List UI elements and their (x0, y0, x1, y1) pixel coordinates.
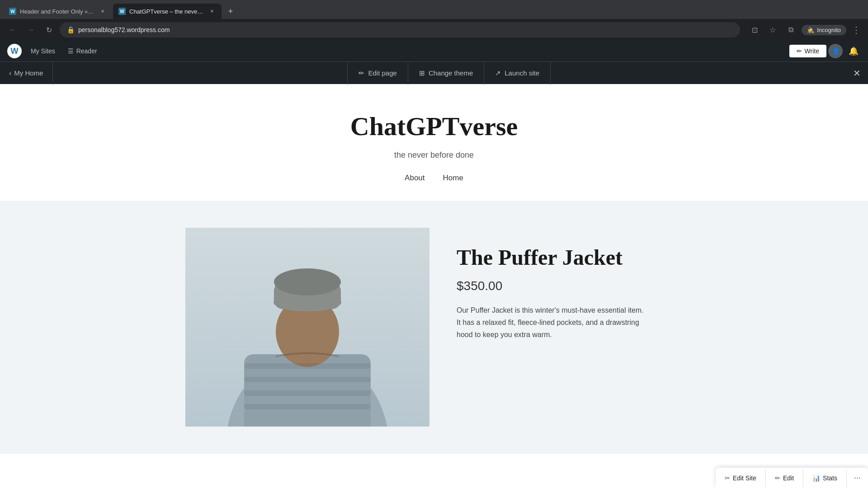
user-avatar[interactable]: 👤 (828, 44, 843, 58)
wp-logo: W (7, 44, 22, 58)
back-arrow-icon: ‹ (9, 69, 11, 77)
new-tab-button[interactable]: + (224, 5, 237, 18)
site-header: ChatGPTverse the never before done About… (0, 84, 868, 201)
bookmark-button[interactable]: ☆ (765, 23, 780, 37)
edit-page-icon: ✏ (359, 69, 364, 77)
svg-rect-8 (244, 363, 371, 369)
launch-site-button[interactable]: ↗ Launch site (484, 62, 551, 84)
product-price: $350.00 (457, 279, 656, 293)
product-image-placeholder (185, 228, 429, 427)
browser-menu-button[interactable]: ⋮ (850, 23, 863, 37)
reader-icon: ☰ (68, 47, 74, 55)
write-label: Write (805, 47, 819, 55)
product-section: The Puffer Jacket $350.00 Our Puffer Jac… (185, 228, 683, 427)
product-title: The Puffer Jacket (457, 246, 656, 270)
extensions-button[interactable]: ⧉ (783, 23, 798, 37)
tab-1[interactable]: W Header and Footer Only « Templ… × (4, 4, 112, 19)
write-icon: ✏ (797, 47, 802, 55)
product-description: Our Puffer Jacket is this winter's must-… (457, 304, 656, 341)
stats-icon: 📊 (812, 474, 820, 482)
site-content: The Puffer Jacket $350.00 Our Puffer Jac… (0, 201, 868, 454)
my-home-label: My Home (14, 69, 43, 77)
address-bar[interactable]: 🔒 personalblog572.wordpress.com (60, 22, 740, 38)
incognito-icon: 🕵 (807, 27, 814, 33)
address-text: personalblog572.wordpress.com (78, 26, 733, 33)
edit-button[interactable]: ✏ Edit (766, 469, 803, 487)
wp-admin-bar: W My Sites ☰ Reader ✏ Write 👤 🔔 (0, 41, 868, 61)
my-sites-label: My Sites (31, 47, 55, 55)
my-sites-link[interactable]: My Sites (25, 41, 61, 61)
reader-label: Reader (76, 47, 97, 55)
scissors-icon: ✂ (725, 474, 730, 482)
nav-home[interactable]: Home (443, 174, 463, 183)
address-bar-row: ← → ↻ 🔒 personalblog572.wordpress.com ⊡ … (0, 19, 868, 41)
tab1-title: Header and Footer Only « Templ… (20, 8, 95, 15)
notifications-button[interactable]: 🔔 (846, 44, 861, 58)
tab1-favicon: W (9, 8, 16, 15)
my-home-button[interactable]: ‹ My Home (0, 62, 52, 84)
close-icon: ✕ (853, 68, 861, 79)
stats-button[interactable]: 📊 Stats (803, 469, 847, 487)
svg-rect-9 (244, 377, 371, 382)
wp-right-actions: 👤 🔔 (828, 44, 861, 58)
bottom-bar: ✂ Edit Site ✏ Edit 📊 Stats ··· (716, 468, 868, 488)
edit-page-button[interactable]: ✏ Edit page (347, 62, 408, 84)
edit-page-label: Edit page (368, 69, 396, 77)
edit-pencil-icon: ✏ (775, 474, 780, 482)
browser-actions: ⊡ ☆ ⧉ 🕵 Incognito ⋮ (747, 23, 863, 37)
star-icon: ☆ (769, 26, 776, 34)
tab-2[interactable]: W ChatGPTverse – the never befor… × (113, 4, 222, 19)
launch-site-icon: ↗ (495, 69, 501, 77)
browser-window: W Header and Footer Only « Templ… × W Ch… (0, 0, 868, 41)
reader-link[interactable]: ☰ Reader (62, 41, 103, 61)
change-theme-label: Change theme (429, 69, 473, 77)
reload-icon: ↻ (46, 26, 52, 34)
tab-bar: W Header and Footer Only « Templ… × W Ch… (0, 0, 868, 19)
tab2-title: ChatGPTverse – the never befor… (129, 8, 204, 15)
launch-site-label: Launch site (505, 69, 539, 77)
toolbar-close-button[interactable]: ✕ (845, 62, 868, 84)
lock-icon: 🔒 (67, 26, 75, 33)
reload-button[interactable]: ↻ (42, 23, 56, 37)
back-nav-icon: ← (9, 26, 16, 34)
write-button[interactable]: ✏ Write (789, 45, 826, 57)
stats-label: Stats (823, 474, 837, 482)
tab2-close[interactable]: × (208, 7, 216, 15)
site-tagline: the never before done (9, 150, 859, 160)
edit-site-label: Edit Site (733, 474, 756, 482)
forward-nav-icon: → (27, 26, 34, 34)
toolbar-actions: ✏ Edit page ⊞ Change theme ↗ Launch site (53, 62, 845, 84)
more-options-button[interactable]: ··· (847, 468, 868, 488)
product-image (185, 228, 429, 427)
site-nav: About Home (9, 174, 859, 183)
svg-point-7 (274, 268, 341, 296)
forward-nav-button[interactable]: → (24, 23, 38, 37)
site-title: ChatGPTverse (9, 111, 859, 141)
back-nav-button[interactable]: ← (5, 23, 20, 37)
edit-label: Edit (783, 474, 794, 482)
edit-site-button[interactable]: ✂ Edit Site (716, 469, 766, 487)
change-theme-icon: ⊞ (419, 69, 425, 77)
tab2-favicon: W (118, 8, 126, 15)
incognito-label: Incognito (817, 27, 841, 33)
product-image-svg (185, 228, 429, 427)
change-theme-button[interactable]: ⊞ Change theme (408, 62, 484, 84)
svg-rect-10 (244, 390, 371, 396)
cast-icon-button[interactable]: ⊡ (747, 23, 762, 37)
wp-toolbar: ‹ My Home ✏ Edit page ⊞ Change theme ↗ L… (0, 61, 868, 84)
svg-rect-11 (244, 404, 371, 409)
tab1-close[interactable]: × (99, 7, 107, 15)
nav-about[interactable]: About (405, 174, 425, 183)
product-details: The Puffer Jacket $350.00 Our Puffer Jac… (429, 228, 683, 427)
incognito-badge[interactable]: 🕵 Incognito (802, 25, 846, 35)
